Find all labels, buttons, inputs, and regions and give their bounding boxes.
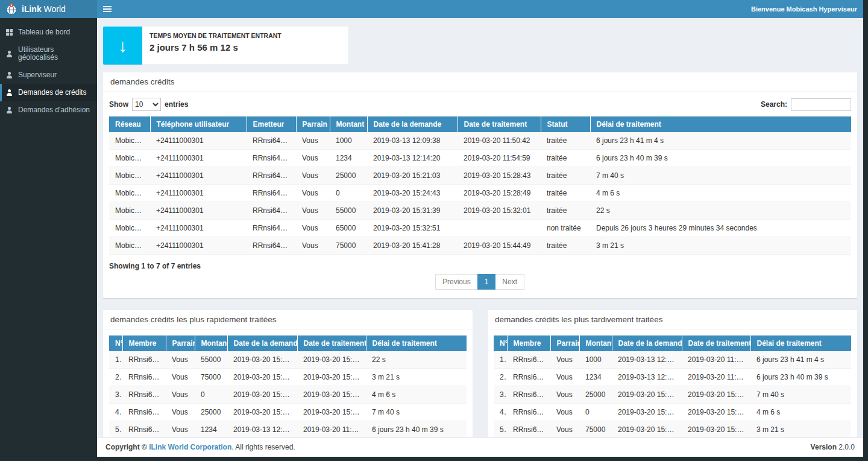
sidebar-item-label: Tableau de bord bbox=[18, 28, 70, 36]
table-cell: 2019-03-20 15:21:03 bbox=[227, 404, 297, 421]
column-header[interactable]: Date de traitement bbox=[297, 335, 366, 351]
column-header[interactable]: Montant bbox=[579, 335, 612, 351]
table-cell: 2019-03-20 15:24:43 bbox=[612, 404, 682, 421]
sidebar-item-dashboard[interactable]: Tableau de bord bbox=[0, 24, 97, 41]
column-header[interactable]: N° bbox=[109, 335, 122, 351]
table-cell: Mobicash bbox=[109, 185, 150, 202]
search-label: Search: bbox=[761, 100, 787, 109]
sidebar-item-supervisor[interactable]: Superviseur bbox=[0, 66, 97, 84]
table-cell: +24111000301 bbox=[150, 185, 247, 202]
column-header[interactable]: Statut bbox=[541, 116, 590, 132]
table-cell: 1 bbox=[494, 351, 507, 369]
table-cell: 2019-03-20 15:44:49 bbox=[682, 421, 750, 437]
credit-requests-panel-title: demandes crédits bbox=[103, 72, 857, 92]
table-row: 3RRnsi643dPVous02019-03-20 15:24:432019-… bbox=[109, 386, 467, 404]
content-area: ↓ TEMPS MOYEN DE TRAITEMENT ENTRANT 2 jo… bbox=[97, 18, 863, 457]
column-header[interactable]: Délai de traitement bbox=[590, 116, 851, 132]
table-row: Mobicash+24111000301RRnsi643dPVous123420… bbox=[109, 150, 851, 167]
main-row: Tableau de bord Utilisateurs géolocalisé… bbox=[0, 18, 863, 457]
column-header[interactable]: Date de traitement bbox=[682, 335, 750, 351]
table-cell: Depuis 26 jours 3 heures 29 minutes 34 s… bbox=[590, 220, 851, 237]
table-cell: 1234 bbox=[195, 421, 227, 437]
table-cell: 2019-03-20 15:24:43 bbox=[367, 185, 458, 202]
column-header[interactable]: Parrain bbox=[550, 335, 579, 351]
sidebar-item-geolocated-users[interactable]: Utilisateurs géolocalisés bbox=[0, 41, 97, 66]
table-cell: 2019-03-20 15:21:03 bbox=[367, 167, 458, 185]
column-header[interactable]: Téléphone utilisateur bbox=[150, 116, 247, 132]
table-cell: Mobicash bbox=[109, 150, 150, 167]
table-cell: 5 bbox=[109, 421, 122, 437]
brand[interactable]: iLink World bbox=[0, 0, 97, 18]
column-header[interactable]: Réseau bbox=[109, 116, 150, 132]
welcome-user-link[interactable]: Bienvenue Mobicash Hyperviseur bbox=[751, 5, 857, 13]
page-1-button[interactable]: 1 bbox=[477, 274, 496, 290]
entries-label: entries bbox=[165, 100, 188, 109]
table-cell: 25000 bbox=[330, 167, 367, 185]
table-cell: 2019-03-20 15:41:28 bbox=[227, 369, 297, 386]
table-cell: 6 jours 23 h 40 m 39 s bbox=[366, 421, 467, 437]
table-cell: 2 bbox=[494, 369, 507, 386]
table-cell: 2019-03-20 15:31:39 bbox=[227, 351, 297, 369]
table-cell: 6 jours 23 h 41 m 4 s bbox=[590, 132, 851, 150]
table-cell: 2019-03-20 11:50:42 bbox=[682, 351, 750, 369]
table-cell: RRnsi643dP bbox=[122, 421, 166, 437]
column-header[interactable]: Date de traitement bbox=[458, 116, 541, 132]
table-cell: 2019-03-20 11:54:59 bbox=[458, 150, 541, 167]
column-header[interactable]: Date de la demande bbox=[367, 116, 458, 132]
table-cell: Vous bbox=[296, 132, 330, 150]
table-cell: 3 m 21 s bbox=[590, 237, 851, 255]
table-cell: Mobicash bbox=[109, 167, 150, 185]
table-cell: Mobicash bbox=[109, 237, 150, 255]
search-control: Search: bbox=[761, 98, 851, 111]
column-header[interactable]: Délai de traitement bbox=[750, 335, 851, 351]
sidebar-toggle-button[interactable] bbox=[97, 0, 118, 18]
table-cell: RRnsi643dP bbox=[247, 220, 296, 237]
column-header[interactable]: Parrain bbox=[296, 116, 330, 132]
table-cell: 3 m 21 s bbox=[366, 369, 467, 386]
table-cell: RRnsi643dP bbox=[247, 132, 296, 150]
column-header[interactable]: N° bbox=[494, 335, 507, 351]
down-arrow-icon: ↓ bbox=[103, 27, 142, 65]
column-header[interactable]: Montant bbox=[195, 335, 227, 351]
column-header[interactable]: Emetteur bbox=[247, 116, 296, 132]
column-header[interactable]: Délai de traitement bbox=[366, 335, 467, 351]
table-cell: 0 bbox=[330, 185, 367, 202]
column-header[interactable]: Date de la demande bbox=[227, 335, 297, 351]
sidebar-item-membership-requests[interactable]: Demandes d'adhésion bbox=[0, 101, 97, 119]
bottom-panels-row: demandes crédits les plus rapidement tra… bbox=[103, 310, 857, 437]
column-header[interactable]: Montant bbox=[330, 116, 367, 132]
table-cell: 55000 bbox=[195, 351, 227, 369]
sidebar-item-credit-requests[interactable]: Demandes de crédits bbox=[0, 84, 97, 101]
table-cell: RRnsi643dP bbox=[122, 386, 166, 404]
page-length-select[interactable]: 10 bbox=[132, 98, 161, 111]
stat-card-body: TEMPS MOYEN DE TRAITEMENT ENTRANT 2 jour… bbox=[142, 27, 289, 65]
membership-requests-icon bbox=[6, 107, 13, 113]
table-cell: Vous bbox=[166, 404, 195, 421]
table-cell: Vous bbox=[550, 369, 579, 386]
column-header[interactable]: Parrain bbox=[166, 335, 195, 351]
brand-title: iLink World bbox=[22, 4, 66, 14]
table-cell: 3 m 21 s bbox=[750, 421, 851, 437]
column-header[interactable]: Membre bbox=[122, 335, 166, 351]
geolocated-users-icon bbox=[6, 51, 13, 57]
copyright-text: Copyright © iLink World Corporation. All… bbox=[105, 443, 295, 451]
table-body: Mobicash+24111000301RRnsi643dPVous100020… bbox=[109, 132, 851, 255]
page-length-control: Show 10 entries bbox=[109, 98, 188, 111]
column-header[interactable]: Membre bbox=[507, 335, 550, 351]
company-link[interactable]: iLink World Corporation bbox=[149, 443, 231, 451]
table-row: Mobicash+24111000301RRnsi643dPVous650002… bbox=[109, 220, 851, 237]
next-page-button[interactable]: Next bbox=[495, 274, 524, 290]
table-cell bbox=[458, 220, 541, 237]
table-cell: Mobicash bbox=[109, 202, 150, 220]
table-cell: 2019-03-20 15:28:43 bbox=[297, 404, 366, 421]
table-cell: 2019-03-20 15:31:39 bbox=[367, 202, 458, 220]
search-input[interactable] bbox=[791, 98, 851, 111]
table-cell: RRnsi643dP bbox=[507, 421, 550, 437]
previous-page-button[interactable]: Previous bbox=[435, 274, 478, 290]
table-row: 5RRnsi643dPVous12342019-03-13 12:14:2020… bbox=[109, 421, 467, 437]
table-cell: 0 bbox=[579, 404, 612, 421]
table-row: 1RRnsi643dPVous10002019-03-13 12:09:3820… bbox=[494, 351, 851, 369]
table-cell: Mobicash bbox=[109, 132, 150, 150]
column-header[interactable]: Date de la demande bbox=[612, 335, 682, 351]
table-cell: 22 s bbox=[366, 351, 467, 369]
